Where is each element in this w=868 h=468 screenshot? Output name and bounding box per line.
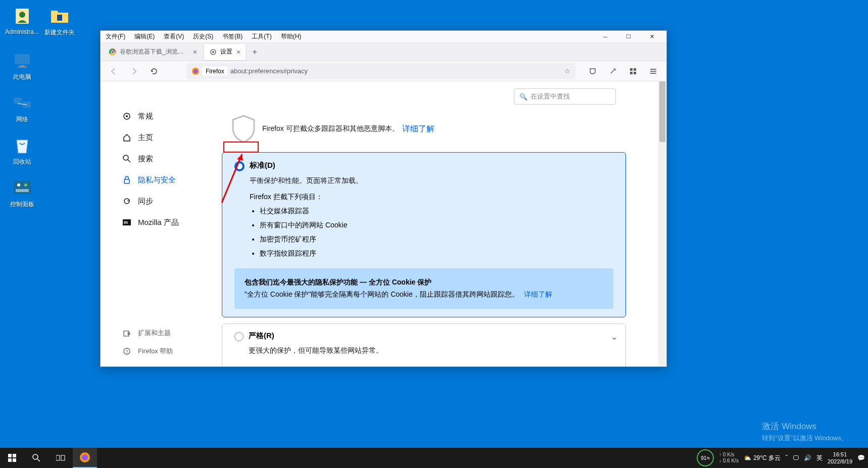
tab-label: 谷歌浏览器下载_浏览器官网入口 [120,48,189,56]
tab-chrome-download[interactable]: 谷歌浏览器下载_浏览器官网入口 × [104,44,202,60]
desktop-icon-recyclebin[interactable]: 回收站 [3,135,41,166]
pc-icon [12,51,32,71]
tray-monitor-icon[interactable]: 🖵 [793,454,799,461]
url-bar[interactable]: Firefox about:preferences#privacy ☆ [186,63,575,79]
annotation-redbox [223,142,259,153]
window-maximize[interactable]: ☐ [617,31,640,43]
forward-button[interactable] [126,63,142,79]
clock-time: 16:51 [828,451,852,458]
window-minimize[interactable]: ─ [594,31,617,43]
notification-icon[interactable]: 💬 [857,454,865,461]
settings-main: 🔍 在设置中查找 Firefox 可拦截众多跟踪器和其他恶意脚本。 详细了解 标… [217,81,666,366]
chrome-icon [109,48,117,56]
tab-strip: 谷歌浏览器下载_浏览器官网入口 × 设置 × + [101,43,666,61]
sidebar-label: Firefox 帮助 [138,347,173,356]
svg-rect-43 [13,458,16,462]
radio-strict[interactable] [234,332,244,341]
radio-standard[interactable] [234,161,245,171]
search-placeholder: 在设置中查找 [531,92,570,101]
svg-point-28 [126,115,128,117]
desktop-icon-thispc[interactable]: 此电脑 [3,51,41,81]
sidebar-item-search[interactable]: 搜索 [116,149,217,168]
ime-indicator[interactable]: 英 [816,454,823,462]
etp-description: Firefox 可拦截众多跟踪器和其他恶意脚本。 [262,124,399,133]
sidebar-item-sync[interactable]: 同步 [116,192,217,211]
protection-standard-card[interactable]: 标准(D) 平衡保护和性能。页面将正常加载。 Firefox 拦截下列项目： 社… [222,152,626,317]
sidebar-item-general[interactable]: 常规 [116,107,217,126]
svg-point-11 [24,183,27,186]
menu-help[interactable]: 帮助(H) [279,31,304,42]
weather-widget[interactable]: ⛅29°C 多云 [744,454,781,462]
recyclebin-icon [12,135,32,156]
list-item: 所有窗口中的跨网站 Cookie [260,221,613,230]
battery-value: 91 [701,455,706,461]
save-pocket-button[interactable] [585,63,601,79]
standard-block-list: 社交媒体跟踪器 所有窗口中的跨网站 Cookie 加密货币挖矿程序 数字指纹跟踪… [260,207,613,258]
sidebar-item-extensions[interactable]: 扩展和主题 [116,325,179,341]
gear-icon [122,111,132,121]
controlpanel-icon [12,178,32,198]
svg-rect-41 [13,454,16,457]
tab-close-icon[interactable]: × [236,48,240,56]
sidebar-item-help[interactable]: ?Firefox 帮助 [116,343,179,359]
sidebar-label: 扩展和主题 [138,329,171,338]
battery-indicator[interactable]: 91% [697,449,714,466]
svg-rect-42 [8,458,12,462]
chevron-down-icon[interactable]: ⌄ [611,332,617,342]
svg-rect-46 [56,455,60,460]
sidebar-label: 主页 [138,133,153,143]
scrollbar[interactable] [658,81,666,366]
menu-view[interactable]: 查看(V) [162,31,186,42]
menu-edit[interactable]: 编辑(E) [132,31,157,42]
app-menu-button[interactable] [645,63,661,79]
etp-learn-more-link[interactable]: 详细了解 [402,124,435,134]
new-tab-button[interactable]: + [248,45,262,59]
desktop-icon-folder[interactable]: 新建文件夹 [40,6,78,37]
svg-point-44 [33,454,38,459]
svg-point-15 [111,51,114,54]
search-icon [122,154,132,164]
menu-tools[interactable]: 工具(T) [250,31,273,42]
list-item: 社交媒体跟踪器 [260,207,613,216]
tray-chevron-icon[interactable]: ˆ [786,454,788,461]
svg-rect-6 [14,98,22,104]
svg-rect-31 [124,179,129,183]
taskbar-clock[interactable]: 16:51 2022/8/19 [828,451,852,465]
start-button[interactable] [0,448,24,468]
window-close[interactable]: ✕ [640,31,663,43]
tab-close-icon[interactable]: × [193,48,197,56]
etp-header: Firefox 可拦截众多跟踪器和其他恶意脚本。 详细了解 [222,114,626,144]
desktop-icon-network[interactable]: 网络 [3,93,41,124]
desktop-icon-controlpanel[interactable]: 控制面板 [3,178,41,209]
info-learn-more-link[interactable]: 详细了解 [524,290,552,298]
menu-bookmarks[interactable]: 书签(B) [220,31,245,42]
taskbar-search[interactable] [24,448,49,468]
tab-label: 设置 [220,48,232,56]
shield-icon [230,114,257,144]
taskbar-firefox[interactable] [73,448,97,468]
back-button[interactable] [106,63,122,79]
scroll-thumb[interactable] [659,81,665,142]
desktop-label: Administra... [3,28,41,35]
weather-text: 29°C 多云 [753,454,781,462]
svg-text:?: ? [126,349,128,354]
sidebar-item-privacy[interactable]: 隐私与安全 [116,170,217,190]
desktop-icon-admin[interactable]: Administra... [3,6,41,35]
menu-file[interactable]: 文件(F) [104,31,127,42]
task-view[interactable] [49,448,73,468]
bookmark-star-icon[interactable]: ☆ [564,67,570,75]
tab-settings[interactable]: 设置 × [204,44,246,60]
user-icon [12,6,32,26]
account-button[interactable] [605,63,621,79]
tray-volume-icon[interactable]: 🔊 [804,454,811,461]
network-icon [12,93,32,113]
reload-button[interactable] [146,63,162,79]
extensions-button[interactable] [625,63,641,79]
settings-search[interactable]: 🔍 在设置中查找 [514,88,616,105]
menu-history[interactable]: 历史(S) [191,31,215,42]
sidebar-item-home[interactable]: 主页 [116,128,217,147]
info-body: "全方位 Cookie 保护"能够完全隔离每个网站的 Cookie，阻止跟踪器借… [245,290,519,298]
protection-strict-card[interactable]: 严格(R) 更强大的保护，但可能导致某些网站异常。 ⌄ [222,323,626,366]
sidebar-item-mozilla[interactable]: mMozilla 产品 [116,213,217,232]
settings-sidebar: 常规 主页 搜索 隐私与安全 同步 mMozilla 产品 扩展和主题 ?Fir… [101,81,217,366]
